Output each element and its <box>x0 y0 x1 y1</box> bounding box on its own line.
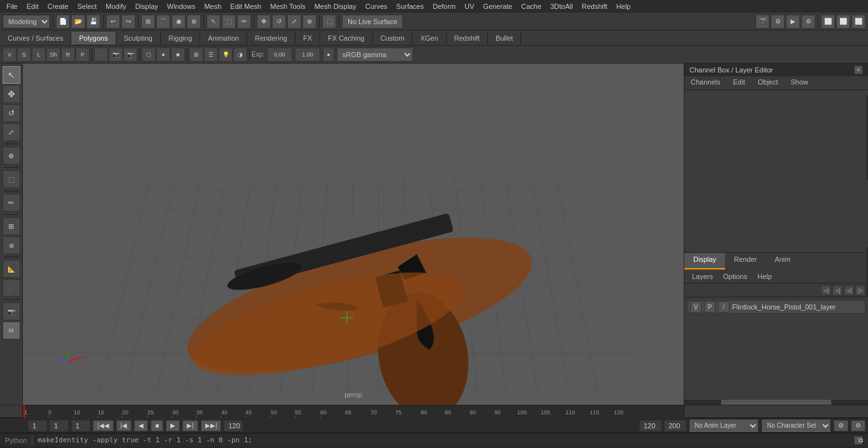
menu-mesh[interactable]: Mesh <box>200 1 225 11</box>
cb-tab-object[interactable]: Object <box>751 76 784 90</box>
le-icon-prev[interactable]: ◁ <box>821 285 831 295</box>
total-end-field[interactable]: 200 <box>664 420 686 431</box>
stop-btn[interactable]: ■ <box>151 420 163 431</box>
cb-tab-show[interactable]: Show <box>784 76 815 90</box>
soft-sel-btn[interactable]: ⬚ <box>322 15 336 29</box>
exposure-value[interactable]: 0.00 <box>267 48 292 62</box>
scale-mode-btn[interactable]: ⤢ <box>3 123 20 141</box>
menu-deform[interactable]: Deform <box>429 1 459 11</box>
menu-cache[interactable]: Cache <box>517 1 545 11</box>
universal-tool-btn[interactable]: ⊕ <box>302 15 316 29</box>
le-icon-prev3[interactable]: ◁ <box>844 285 854 295</box>
menu-surfaces[interactable]: Surfaces <box>393 1 428 11</box>
color-mode-btn[interactable]: ● <box>323 48 334 62</box>
script-editor-toggle-btn[interactable]: ⧉ <box>854 436 863 445</box>
tab-redshift[interactable]: Redshift <box>447 32 488 44</box>
menu-help[interactable]: Help <box>613 1 635 11</box>
show-manip-btn[interactable]: ⊞ <box>3 217 20 235</box>
render-view-btn[interactable]: 🎬 <box>756 15 770 29</box>
char-set-select[interactable]: No Character Set <box>761 419 831 433</box>
lasso-tool-btn[interactable]: ⬚ <box>222 15 236 29</box>
renderer-menu-btn[interactable]: R <box>61 48 75 62</box>
snap-proj-btn[interactable]: ⊗ <box>187 15 201 29</box>
layer-scrollbar[interactable] <box>684 400 868 405</box>
menu-windows[interactable]: Windows <box>163 1 200 11</box>
frame-current-field[interactable]: 1 <box>50 420 69 431</box>
menu-select[interactable]: Select <box>74 1 101 11</box>
layout-btn1[interactable]: ⬜ <box>821 15 835 29</box>
live-surface-btn[interactable]: No Live Surface <box>342 15 403 29</box>
menu-modify[interactable]: Modify <box>102 1 130 11</box>
layout-btn3[interactable]: ⬜ <box>851 15 865 29</box>
rotate-tool-btn[interactable]: ↺ <box>272 15 286 29</box>
move-mode-btn[interactable]: ✥ <box>3 85 20 103</box>
frame-step-field[interactable]: 1 <box>71 420 90 431</box>
soft-select-btn[interactable]: ⬚ <box>3 170 20 188</box>
menu-display[interactable]: Display <box>132 1 162 11</box>
open-scene-btn[interactable]: 📂 <box>71 15 85 29</box>
le-subtab-layers[interactable]: Layers <box>687 271 718 282</box>
frame-start-field[interactable]: 1 <box>28 420 47 431</box>
tab-fx-caching[interactable]: FX Caching <box>320 32 372 44</box>
timeline-ruler[interactable]: 1 5 10 15 20 25 30 35 40 45 50 55 60 65 … <box>23 405 684 418</box>
snap-grid-btn[interactable]: ⊞ <box>141 15 155 29</box>
paint-btn[interactable]: ✏ <box>3 194 20 212</box>
gamma-selector[interactable]: sRGB gamma <box>337 48 413 62</box>
cb-tab-channels[interactable]: Channels <box>684 76 726 90</box>
play-fwd-btn[interactable]: ▶ <box>166 420 180 431</box>
tab-custom[interactable]: Custom <box>373 32 413 44</box>
skip-to-start-btn[interactable]: |◀◀ <box>93 420 114 431</box>
tab-animation[interactable]: Animation <box>200 32 247 44</box>
select-tool-btn[interactable]: ↖ <box>207 15 220 29</box>
camera-btn[interactable]: 🎥 <box>94 48 108 62</box>
menu-edit-mesh[interactable]: Edit Mesh <box>226 1 265 11</box>
anim-settings-btn[interactable]: ⚙ <box>834 420 848 431</box>
tab-rendering[interactable]: Rendering <box>247 32 295 44</box>
save-scene-btn[interactable]: 💾 <box>86 15 100 29</box>
camera2-btn[interactable]: 📷 <box>109 48 123 62</box>
new-scene-btn[interactable]: 📄 <box>56 15 70 29</box>
menu-redshift[interactable]: Redshift <box>578 1 611 11</box>
move-tool-btn[interactable]: ✥ <box>257 15 271 29</box>
wireframe-btn[interactable]: ⬡ <box>142 48 156 62</box>
scale-tool-btn[interactable]: ⤢ <box>287 15 301 29</box>
menu-3dtoall[interactable]: 3DtoAll <box>546 1 576 11</box>
measure-btn[interactable]: 📐 <box>3 260 20 278</box>
skip-to-end-btn[interactable]: ▶▶| <box>201 420 222 431</box>
surface-btn[interactable]: ⊛ <box>3 236 20 254</box>
smooth-shade-btn[interactable]: ● <box>156 48 170 62</box>
le-tab-anim[interactable]: Anim <box>766 253 799 269</box>
camera-tool-btn[interactable]: 🎥 <box>3 279 20 297</box>
menu-mesh-tools[interactable]: Mesh Tools <box>266 1 309 11</box>
gamma-value[interactable]: 1.00 <box>295 48 320 62</box>
snap-curve-btn[interactable]: ⌒ <box>156 15 170 29</box>
mode-selector[interactable]: Modeling <box>3 15 50 29</box>
frame-end-field[interactable]: 120 <box>224 420 243 431</box>
menu-edit[interactable]: Edit <box>23 1 43 11</box>
maya-icon-btn[interactable]: M <box>3 322 20 339</box>
tab-fx[interactable]: FX <box>295 32 320 44</box>
tab-rigging[interactable]: Rigging <box>161 32 200 44</box>
menu-uv[interactable]: UV <box>461 1 478 11</box>
textured-btn[interactable]: ■ <box>171 48 185 62</box>
paint-sel-btn[interactable]: ✏ <box>237 15 251 29</box>
ipr-btn[interactable]: ▶ <box>786 15 800 29</box>
hud-btn[interactable]: ☰ <box>204 48 218 62</box>
anim-layer-select[interactable]: No Anim Layer <box>689 419 759 433</box>
layer-visibility-toggle[interactable]: V <box>690 301 702 313</box>
render-btn[interactable]: ⚙ <box>771 15 785 29</box>
layer-playback-toggle[interactable]: P <box>704 301 715 313</box>
view-menu-btn[interactable]: V <box>3 48 17 62</box>
menu-file[interactable]: File <box>3 1 22 11</box>
shading-menu-btn[interactable]: S <box>17 48 31 62</box>
select-mode-btn[interactable]: ↖ <box>3 66 20 84</box>
le-tab-display[interactable]: Display <box>684 253 725 269</box>
menu-mesh-display[interactable]: Mesh Display <box>311 1 360 11</box>
grid-btn[interactable]: ⊞ <box>189 48 203 62</box>
range-end-field[interactable]: 120 <box>639 420 661 431</box>
redo-btn[interactable]: ↪ <box>121 15 135 29</box>
menu-curves[interactable]: Curves <box>362 1 391 11</box>
layout-btn2[interactable]: ⬜ <box>836 15 850 29</box>
menu-create[interactable]: Create <box>44 1 72 11</box>
tab-polygons[interactable]: Polygons <box>71 32 116 44</box>
